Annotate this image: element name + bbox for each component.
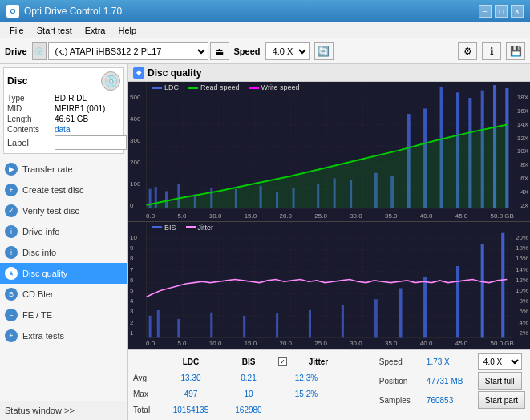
- start-part-button[interactable]: Start part: [478, 391, 525, 409]
- sidebar-item-create-test-disc[interactable]: + Create test disc: [0, 180, 127, 200]
- sidebar-item-disc-quality[interactable]: ★ Disc quality: [0, 263, 127, 284]
- total-ldc: 10154135: [163, 406, 219, 414]
- stats-row-avg: Avg 13.30 0.21 12.3%: [133, 370, 373, 386]
- speed-stat-value: 1.73 X: [427, 357, 475, 366]
- contents-label: Contents: [7, 125, 51, 134]
- speed-dropdown[interactable]: 4.0 X: [478, 353, 522, 370]
- fe-te-icon: F: [5, 309, 18, 321]
- minimize-button[interactable]: −: [479, 5, 492, 18]
- info-button[interactable]: ℹ: [482, 42, 501, 60]
- cd-bler-label: CD Bler: [22, 289, 54, 299]
- label-input[interactable]: [55, 135, 127, 150]
- settings-button[interactable]: ⚙: [458, 42, 477, 60]
- max-ldc: 497: [163, 390, 219, 398]
- svg-rect-70: [374, 299, 378, 337]
- drive-icon: 💿: [32, 42, 47, 60]
- sidebar-item-transfer-rate[interactable]: ▶ Transfer rate: [0, 159, 127, 180]
- status-window-label: Status window >>: [5, 406, 75, 415]
- chart-ldc: LDC Read speed Write speed 5004003002001…: [128, 82, 530, 222]
- cd-bler-icon: B: [5, 288, 18, 301]
- svg-rect-63: [157, 310, 160, 337]
- create-test-disc-icon: +: [5, 184, 18, 196]
- stats-panel: LDC BIS ✓ Jitter Avg 13.30 0.21 12.3% Ma…: [128, 349, 530, 420]
- type-label: Type: [7, 94, 51, 103]
- mid-label: MID: [7, 104, 51, 113]
- charts-container: LDC Read speed Write speed 5004003002001…: [128, 82, 530, 349]
- disc-quality-header-icon: ◆: [133, 67, 144, 79]
- speed-selector[interactable]: 4.0 X: [265, 42, 310, 60]
- avg-ldc: 13.30: [163, 374, 219, 382]
- sidebar-item-fe-te[interactable]: F FE / TE: [0, 305, 127, 325]
- menu-help[interactable]: Help: [111, 24, 143, 37]
- disc-info-label: Disc info: [22, 248, 56, 257]
- sidebar-item-verify-test-disc[interactable]: ✓ Verify test disc: [0, 200, 127, 221]
- drive-info-label: Drive info: [22, 227, 59, 236]
- stats-row-max: Max 497 10 15.2%: [133, 386, 373, 402]
- refresh-button[interactable]: 🔄: [314, 42, 334, 60]
- menu-start-test[interactable]: Start test: [30, 24, 79, 37]
- svg-rect-65: [210, 313, 212, 338]
- disc-quality-header: ◆ Disc quality: [128, 64, 530, 82]
- sidebar-nav: ▶ Transfer rate + Create test disc ✓ Ver…: [0, 159, 127, 346]
- svg-rect-71: [399, 288, 402, 337]
- chart-bis: BIS Jitter 10987654321 20%18%16%14%12%10…: [128, 222, 530, 349]
- sidebar-item-disc-info[interactable]: i Disc info: [0, 242, 127, 263]
- disc-quality-title: Disc quality: [148, 67, 201, 79]
- contents-value: data: [55, 125, 70, 134]
- legend-write-speed: Write speed: [261, 83, 300, 91]
- start-full-button[interactable]: Start full: [478, 372, 522, 390]
- app-title: Opti Drive Control 1.70: [24, 6, 122, 17]
- eject-button[interactable]: ⏏: [210, 42, 229, 60]
- samples-label: Samples: [379, 396, 423, 405]
- legend-read-speed: Read speed: [200, 83, 240, 91]
- total-bis: 162980: [220, 406, 277, 414]
- sidebar-item-extra-tests[interactable]: + Extra tests: [0, 325, 127, 346]
- sidebar-item-cd-bler[interactable]: B CD Bler: [0, 284, 127, 305]
- max-label: Max: [133, 390, 161, 398]
- chart1-legend: LDC Read speed Write speed: [152, 83, 299, 91]
- length-value: 46.61 GB: [55, 115, 88, 123]
- avg-bis: 0.21: [220, 374, 277, 382]
- sidebar: Disc 💿 Type BD-R DL MID MEIRB1 (001) Len…: [0, 64, 128, 420]
- svg-rect-66: [243, 316, 245, 337]
- jitter-checkbox[interactable]: ✓: [278, 357, 287, 366]
- main-area: ◆ Disc quality LDC Read speed: [128, 64, 530, 420]
- label-label: Label: [7, 138, 51, 147]
- stats-row-total: Total 10154135 162980: [133, 402, 373, 418]
- avg-jitter: 12.3%: [278, 374, 334, 382]
- status-window-button[interactable]: Status window >>: [0, 401, 127, 420]
- disc-title: Disc: [7, 75, 27, 87]
- legend-jitter: Jitter: [198, 224, 214, 232]
- stats-table: LDC BIS ✓ Jitter Avg 13.30 0.21 12.3% Ma…: [133, 353, 373, 417]
- window-controls: − □ ×: [479, 5, 524, 18]
- create-test-disc-label: Create test disc: [22, 185, 83, 195]
- menu-file[interactable]: File: [3, 24, 30, 37]
- mid-value: MEIRB1 (001): [55, 104, 105, 113]
- stats-header-ldc: LDC: [163, 357, 219, 366]
- samples-value: 760853: [427, 396, 475, 405]
- speed-stat-label: Speed: [379, 357, 423, 366]
- verify-test-disc-label: Verify test disc: [22, 206, 79, 216]
- svg-rect-74: [481, 244, 484, 337]
- drive-selector[interactable]: (k:) ATAPI iHBS312 2 PL17: [48, 42, 208, 60]
- transfer-rate-label: Transfer rate: [22, 164, 73, 174]
- svg-rect-68: [309, 310, 311, 337]
- title-bar: O Opti Drive Control 1.70 − □ ×: [0, 0, 530, 22]
- close-button[interactable]: ×: [511, 5, 524, 18]
- svg-rect-64: [177, 319, 180, 337]
- toolbar: Drive 💿 (k:) ATAPI iHBS312 2 PL17 ⏏ Spee…: [0, 38, 530, 64]
- disc-info-icon: i: [5, 246, 18, 259]
- transfer-rate-icon: ▶: [5, 163, 18, 176]
- menu-extra[interactable]: Extra: [79, 24, 112, 37]
- right-stats: Speed 1.73 X 4.0 X Position 47731 MB Sta…: [379, 353, 525, 417]
- max-jitter: 15.2%: [278, 390, 334, 398]
- save-button[interactable]: 💾: [506, 42, 525, 60]
- svg-rect-73: [456, 266, 459, 337]
- menu-bar: File Start test Extra Help: [0, 22, 530, 38]
- svg-rect-67: [276, 313, 278, 337]
- svg-rect-62: [149, 316, 152, 337]
- maximize-button[interactable]: □: [495, 5, 508, 18]
- sidebar-item-drive-info[interactable]: i Drive info: [0, 221, 127, 242]
- drive-label: Drive: [5, 46, 27, 56]
- position-value: 47731 MB: [427, 377, 475, 386]
